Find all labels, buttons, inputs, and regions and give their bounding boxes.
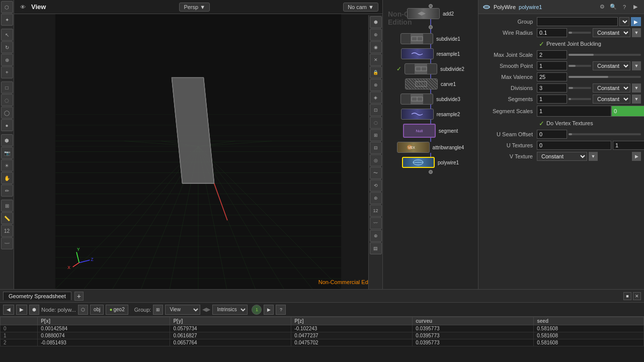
vp-icon-1[interactable]: ⬢ [370,16,382,28]
ss-filter-icon[interactable]: ⬡ [78,305,88,315]
node-box-add2[interactable] [407,8,440,19]
toolbar-snap[interactable]: ⊞ [1,200,13,212]
prop-input-seg-scale-2[interactable] [611,106,644,117]
prop-input-max-valence[interactable] [537,72,567,81]
ss-btn-back[interactable]: ◀ [3,305,14,315]
toolbar-brush[interactable]: ◯ [1,107,13,119]
ss-help-btn[interactable]: ? [276,305,286,315]
prop-input-group[interactable] [537,17,618,26]
vp-icon-8[interactable]: ⊡ [370,104,382,116]
vp-icon-15[interactable]: ⊛ [370,192,382,204]
prop-btn-wire-radius-arrow[interactable]: ▼ [632,28,641,37]
node-box-resample1[interactable] [401,48,434,59]
ss-intrinsics-select[interactable]: Intrinsics [212,305,248,315]
smooth-point-slider[interactable] [569,62,591,69]
ss-header-icon-1[interactable]: ■ [623,292,631,300]
ss-group-icon[interactable]: ⊞ [153,305,163,315]
toolbar-node[interactable]: ⬢ [1,134,13,146]
vp-icon-5[interactable]: 🔒 [370,66,382,78]
ss-play-btn[interactable]: ▶ [264,305,274,315]
vp-icon-11[interactable]: ⊟ [370,142,382,154]
node-box-resample2[interactable] [401,109,434,120]
ss-btn-obj[interactable]: obj [90,305,104,315]
toolbar-measure[interactable]: 📏 [1,212,13,224]
vp-icon-9[interactable]: ◌ [370,117,382,129]
props-help-icon[interactable]: ? [620,3,629,12]
prop-btn-segments-arrow[interactable]: ▼ [632,95,641,104]
prop-input-u-tex-2[interactable] [613,141,644,150]
prop-btn-divisions-arrow[interactable]: ▼ [632,83,641,93]
prop-input-smooth-point[interactable] [537,61,567,70]
toolbar-light[interactable]: ☀ [1,159,13,171]
node-box-segment[interactable]: Null [403,124,436,138]
prop-input-u-seam[interactable] [537,130,567,139]
vp-icon-17[interactable]: 〰 [370,217,382,229]
prop-dropdown-divisions[interactable]: Constant [593,83,630,93]
vp-icon-16[interactable]: 12 [370,205,382,217]
toolbar-rotate[interactable]: ↻ [1,41,13,53]
vp-icon-10[interactable]: ⊞ [370,129,382,141]
vp-icon-7[interactable]: ◈ [370,92,382,104]
node-box-subdivide3[interactable] [400,94,433,105]
divisions-slider[interactable] [569,84,591,92]
prop-dropdown-wire-radius[interactable]: Constant [593,28,630,37]
prop-input-max-joint[interactable] [537,50,567,59]
prop-dropdown-group[interactable] [619,17,629,26]
toolbar-paint[interactable]: ● [1,119,13,131]
ss-header-icon-2[interactable]: ✕ [633,292,641,300]
toolbar-scale[interactable]: ⊕ [1,54,13,66]
prop-dropdown-smooth-point[interactable]: Constant [593,61,630,70]
prop-input-u-tex-1[interactable] [537,141,611,150]
max-joint-slider[interactable] [569,51,641,58]
toolbar-arrow[interactable]: ↖ [1,29,13,41]
props-gear-icon[interactable]: ⚙ [598,3,607,12]
prop-input-wire-radius[interactable] [537,28,567,37]
toolbar-pose[interactable]: ✋ [1,172,13,184]
prop-btn-group[interactable]: ▶ [631,17,641,26]
prop-input-seg-scale-1[interactable] [537,106,611,117]
node-box-carve1[interactable] [405,78,438,89]
vp-icon-3[interactable]: ◉ [370,41,382,53]
toolbar-handle[interactable]: ⌖ [1,66,13,78]
prop-btn-smooth-arrow[interactable]: ▼ [632,61,641,70]
node-box-subdivide1[interactable] [400,33,433,44]
toolbar-move[interactable]: ✦ [1,14,13,26]
prop-btn-v-tex-end[interactable]: ▶ [632,152,641,161]
vp-icon-12[interactable]: ◎ [370,154,382,166]
vp-icon-4[interactable]: ✕ [370,54,382,66]
props-arrow-icon[interactable]: ▶ [631,3,640,12]
vp-icon-18[interactable]: ⊕ [370,230,382,242]
u-seam-slider[interactable] [569,131,641,138]
toolbar-lasso[interactable]: ◌ [1,94,13,106]
ss-btn-geo[interactable]: ● geo2 [106,305,128,315]
persp-dropdown[interactable]: Persp ▼ [179,3,210,12]
prop-input-segments[interactable] [537,95,567,104]
ss-icon-node[interactable]: ⬢ [29,305,39,315]
max-valence-slider[interactable] [569,73,641,80]
toolbar-draw[interactable]: 〰 [1,237,13,249]
node-box-subdivide2[interactable] [405,63,437,74]
vp-icon-2[interactable]: ⊕ [370,29,382,41]
vp-icon-6[interactable]: ⊗ [370,79,382,91]
prop-btn-v-tex-arrow[interactable]: ▼ [589,152,598,161]
toolbar-camera[interactable]: 📷 [1,147,13,159]
props-search-icon[interactable]: 🔍 [609,3,618,12]
tab-geometry-spreadsheet[interactable]: Geometry Spreadsheet [3,292,71,300]
toolbar-script[interactable]: 12 [1,225,13,237]
toolbar-box[interactable]: □ [1,81,13,94]
toolbar-edit[interactable]: ✏ [1,185,13,197]
node-box-attribwrangle4[interactable]: VEX [397,142,430,153]
toolbar-select[interactable]: ⬡ [1,1,13,13]
ss-btn-forward[interactable]: ▶ [16,305,27,315]
segments-slider[interactable] [569,96,591,103]
cam-dropdown[interactable]: No cam ▼ [343,3,378,12]
vp-icon-14[interactable]: ⟲ [370,179,382,192]
prop-dropdown-segments[interactable]: Constant [593,95,630,104]
vp-icon-13[interactable]: 〜 [370,167,382,179]
ss-record-btn[interactable]: 1 [252,305,262,315]
wire-radius-slider[interactable] [569,29,591,36]
vp-icon-19[interactable]: ▤ [370,242,382,254]
node-box-polywire1[interactable] [402,157,435,168]
prop-dropdown-v-texture[interactable]: Constant [537,152,587,161]
tab-add-button[interactable]: + [74,292,84,301]
